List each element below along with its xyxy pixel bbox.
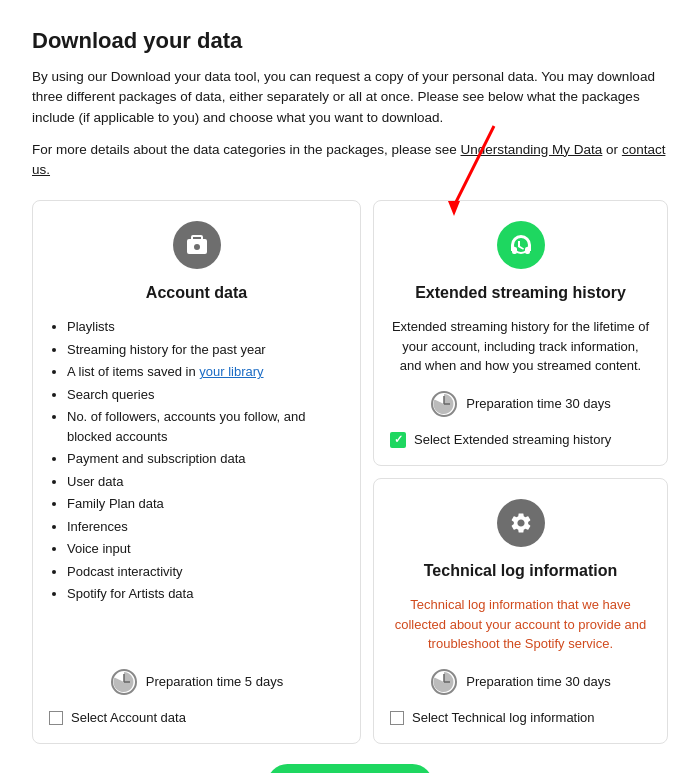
- account-select-row: Select Account data: [49, 708, 344, 728]
- list-item: User data: [67, 472, 344, 492]
- request-data-button[interactable]: Request data: [267, 764, 433, 773]
- details-separator: or: [606, 142, 622, 157]
- technical-desc: Technical log information that we have c…: [390, 595, 651, 654]
- list-item: A list of items saved in your library: [67, 362, 344, 382]
- cards-container: Account data Playlists Streaming history…: [32, 200, 668, 744]
- technical-prep-time: Preparation time 30 days: [390, 668, 651, 696]
- list-item: Family Plan data: [67, 494, 344, 514]
- account-prep-label: Preparation time 5 days: [146, 672, 283, 692]
- list-item: Voice input: [67, 539, 344, 559]
- streaming-select-label: Select Extended streaming history: [414, 430, 611, 450]
- list-item: Spotify for Artists data: [67, 584, 344, 604]
- streaming-title: Extended streaming history: [390, 281, 651, 305]
- list-item: Inferences: [67, 517, 344, 537]
- account-data-list: Playlists Streaming history for the past…: [49, 317, 344, 652]
- right-column: Extended streaming history Extended stre…: [373, 200, 668, 744]
- list-item: Search queries: [67, 385, 344, 405]
- technical-log-icon: [497, 499, 545, 547]
- account-prep-time: Preparation time 5 days: [49, 668, 344, 696]
- list-item: Playlists: [67, 317, 344, 337]
- svg-marker-3: [448, 201, 460, 216]
- page-title: Download your data: [32, 24, 668, 57]
- understanding-my-data-link[interactable]: Understanding My Data: [461, 142, 603, 157]
- request-data-row: Request data: [32, 764, 668, 773]
- streaming-select-row: Select Extended streaming history: [390, 430, 651, 450]
- list-item: Payment and subscription data: [67, 449, 344, 469]
- details-prefix: For more details about the data categori…: [32, 142, 461, 157]
- streaming-prep-time: Preparation time 30 days: [390, 390, 651, 418]
- intro-text: By using our Download your data tool, yo…: [32, 67, 668, 128]
- technical-prep-label: Preparation time 30 days: [466, 672, 611, 692]
- technical-title: Technical log information: [390, 559, 651, 583]
- account-data-icon: [173, 221, 221, 269]
- technical-select-row: Select Technical log information: [390, 708, 651, 728]
- list-item: Podcast interactivity: [67, 562, 344, 582]
- streaming-history-card: Extended streaming history Extended stre…: [373, 200, 668, 466]
- account-select-label: Select Account data: [71, 708, 186, 728]
- technical-select-label: Select Technical log information: [412, 708, 595, 728]
- account-data-title: Account data: [49, 281, 344, 305]
- streaming-history-icon: [497, 221, 545, 269]
- list-item: Streaming history for the past year: [67, 340, 344, 360]
- technical-log-card: Technical log information Technical log …: [373, 478, 668, 744]
- details-text: For more details about the data categori…: [32, 140, 668, 181]
- technical-checkbox[interactable]: [390, 711, 404, 725]
- list-item: No. of followers, accounts you follow, a…: [67, 407, 344, 446]
- streaming-prep-label: Preparation time 30 days: [466, 394, 611, 414]
- account-data-card: Account data Playlists Streaming history…: [32, 200, 361, 744]
- streaming-checkbox[interactable]: [390, 432, 406, 448]
- account-checkbox[interactable]: [49, 711, 63, 725]
- streaming-desc: Extended streaming history for the lifet…: [390, 317, 651, 376]
